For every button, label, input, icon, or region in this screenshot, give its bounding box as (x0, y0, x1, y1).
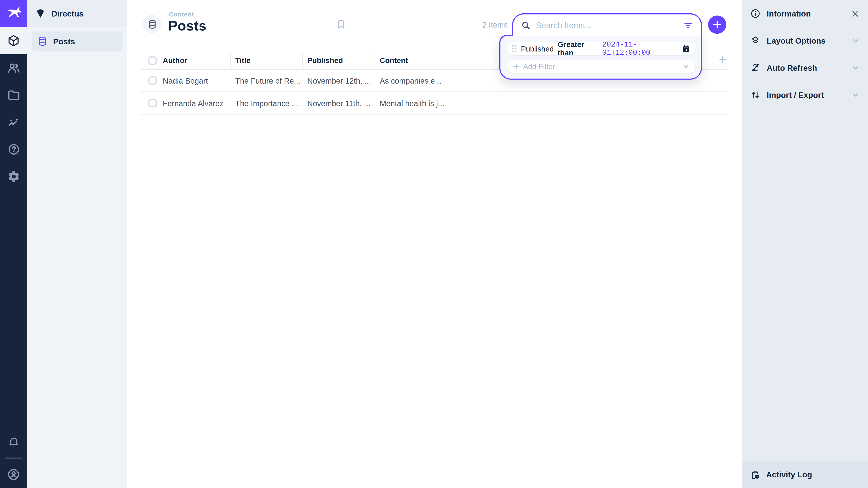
activity-log-button[interactable]: Activity Log (742, 461, 868, 488)
module-bar-divider (5, 457, 22, 459)
collection-database-icon (147, 19, 157, 29)
directus-logo[interactable] (0, 0, 27, 27)
search-input[interactable] (536, 21, 678, 30)
module-files[interactable] (0, 81, 27, 108)
calendar-icon[interactable] (682, 44, 690, 53)
collection-icon-button[interactable] (143, 15, 161, 33)
module-insights[interactable] (0, 108, 27, 135)
add-filter-button[interactable]: Add Filter (507, 60, 695, 73)
plus-icon (712, 20, 722, 30)
column-header-published[interactable]: Published (307, 57, 380, 65)
sidebar-item-posts[interactable]: Posts (32, 31, 123, 52)
sidebar-section-label: Import / Export (767, 90, 845, 99)
column-header-title[interactable]: Title (235, 57, 307, 65)
activity-log-label: Activity Log (766, 470, 860, 479)
sidebar-section-information[interactable]: Information (742, 0, 868, 27)
sidebar-section-label: Information (767, 9, 845, 18)
cell-published: November 11th, ... (307, 99, 380, 107)
project-header[interactable]: Directus (27, 0, 127, 27)
close-icon[interactable] (851, 9, 860, 18)
users-module-icon (7, 61, 20, 74)
help-module-icon (7, 142, 20, 156)
sidebar-section-layout-options[interactable]: Layout Options (742, 27, 868, 54)
module-bar-spacer (0, 190, 27, 428)
filter-list-icon[interactable] (683, 20, 693, 30)
activity-log-icon (750, 469, 760, 480)
sync-disabled-icon (750, 63, 761, 73)
nav-item-label: Posts (53, 37, 75, 46)
drag-handle-icon[interactable] (512, 45, 517, 53)
sidebar-section-label: Auto Refresh (767, 63, 845, 72)
sidebar-spacer (742, 108, 868, 461)
directus-app-window: Directus Posts Content Posts 2 Items (0, 0, 868, 488)
right-sidebar: Information Layout Options Auto Refresh (742, 0, 868, 488)
bell-icon (7, 435, 20, 449)
database-icon (37, 36, 48, 46)
cell-content: As companies e... (380, 76, 452, 85)
add-filter-label: Add Filter (523, 62, 679, 71)
chevron-down-icon (682, 63, 690, 70)
cell-title: The Importance ... (235, 99, 307, 107)
module-bar (0, 0, 27, 488)
search-bar (512, 13, 702, 36)
info-icon (750, 8, 761, 19)
chevron-down-icon (851, 91, 860, 99)
search-icon (521, 20, 531, 30)
project-icon (35, 8, 46, 19)
notifications-button[interactable] (0, 428, 27, 455)
project-name: Directus (52, 9, 84, 18)
rabbit-logo-icon (5, 5, 22, 22)
bookmark-icon[interactable] (336, 20, 346, 29)
column-header-content[interactable]: Content (380, 57, 452, 65)
filter-value[interactable]: 2024-11-01T12:00:00 (602, 40, 678, 57)
chevron-down-icon (851, 37, 860, 45)
filter-rule[interactable]: Published Greater than 2024-11-01T12:00:… (507, 42, 695, 55)
module-settings[interactable] (0, 163, 27, 190)
content-module-icon (7, 34, 20, 47)
column-header-author[interactable]: Author (163, 57, 235, 65)
items-count: 2 Items (459, 21, 508, 29)
filter-panel: Published Greater than 2024-11-01T12:00:… (499, 35, 702, 79)
files-module-icon (7, 88, 20, 102)
module-content[interactable] (0, 27, 27, 54)
filter-field[interactable]: Published (521, 44, 554, 53)
insights-module-icon (7, 116, 20, 129)
add-column-button[interactable] (718, 55, 727, 64)
add-item-button[interactable] (708, 15, 726, 34)
cell-author: Fernanda Alvarez (163, 99, 235, 107)
cell-title: The Future of Re... (235, 76, 307, 85)
sidebar-section-import-export[interactable]: Import / Export (742, 81, 868, 108)
cell-published: November 12th, ... (307, 76, 380, 85)
sidebar-section-auto-refresh[interactable]: Auto Refresh (742, 54, 868, 81)
row-checkbox[interactable] (148, 99, 157, 107)
plus-icon (513, 63, 520, 70)
breadcrumb[interactable]: Content (169, 11, 194, 18)
table-row[interactable]: Fernanda Alvarez The Importance ... Nove… (141, 92, 728, 115)
sidebar-section-label: Layout Options (767, 36, 845, 45)
cell-author: Nadia Bogart (163, 76, 235, 85)
module-users[interactable] (0, 54, 27, 81)
import-export-icon (750, 90, 761, 100)
page-title: Posts (168, 18, 206, 34)
main-content: Content Posts 2 Items Published Greater … (127, 0, 742, 488)
filter-operator[interactable]: Greater than (558, 40, 598, 57)
row-checkbox[interactable] (148, 76, 157, 85)
module-help[interactable] (0, 135, 27, 163)
select-all-checkbox[interactable] (148, 57, 157, 65)
layers-icon (750, 35, 761, 46)
chevron-down-icon (851, 64, 860, 72)
cell-content: Mental health is j... (380, 99, 452, 107)
settings-module-icon (7, 170, 20, 183)
account-button[interactable] (0, 461, 27, 488)
navigation-panel: Directus Posts (27, 0, 127, 488)
avatar-icon (6, 467, 20, 481)
